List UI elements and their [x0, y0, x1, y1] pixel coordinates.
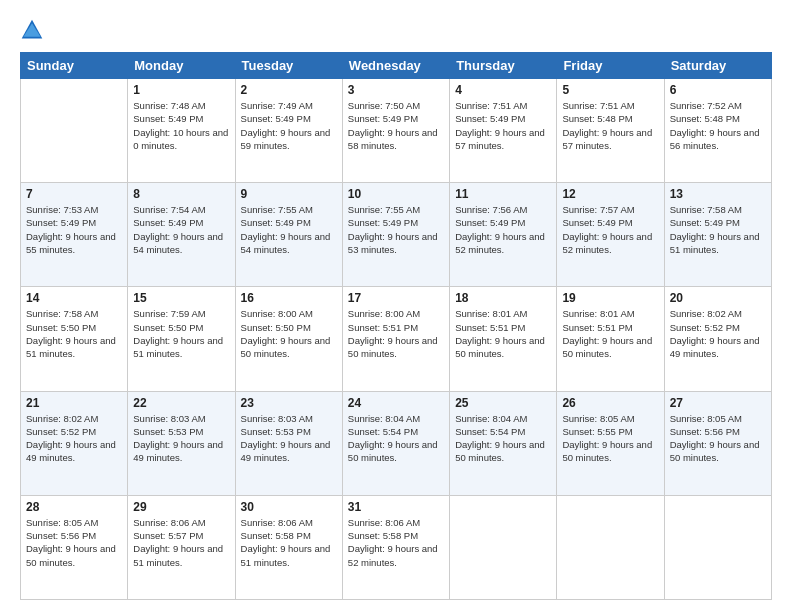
calendar-week-5: 28Sunrise: 8:05 AMSunset: 5:56 PMDayligh… — [21, 495, 772, 599]
day-detail: Sunrise: 7:56 AMSunset: 5:49 PMDaylight:… — [455, 203, 551, 256]
calendar-cell: 2Sunrise: 7:49 AMSunset: 5:49 PMDaylight… — [235, 79, 342, 183]
day-number: 13 — [670, 187, 766, 201]
day-detail: Sunrise: 7:48 AMSunset: 5:49 PMDaylight:… — [133, 99, 229, 152]
day-number: 1 — [133, 83, 229, 97]
day-number: 10 — [348, 187, 444, 201]
day-detail: Sunrise: 8:03 AMSunset: 5:53 PMDaylight:… — [241, 412, 337, 465]
day-detail: Sunrise: 8:06 AMSunset: 5:57 PMDaylight:… — [133, 516, 229, 569]
day-number: 19 — [562, 291, 658, 305]
calendar-cell: 12Sunrise: 7:57 AMSunset: 5:49 PMDayligh… — [557, 183, 664, 287]
day-number: 29 — [133, 500, 229, 514]
calendar-cell: 8Sunrise: 7:54 AMSunset: 5:49 PMDaylight… — [128, 183, 235, 287]
day-number: 21 — [26, 396, 122, 410]
calendar-cell: 9Sunrise: 7:55 AMSunset: 5:49 PMDaylight… — [235, 183, 342, 287]
day-number: 25 — [455, 396, 551, 410]
day-number: 26 — [562, 396, 658, 410]
day-number: 15 — [133, 291, 229, 305]
calendar-cell: 1Sunrise: 7:48 AMSunset: 5:49 PMDaylight… — [128, 79, 235, 183]
calendar-week-3: 14Sunrise: 7:58 AMSunset: 5:50 PMDayligh… — [21, 287, 772, 391]
calendar-cell: 4Sunrise: 7:51 AMSunset: 5:49 PMDaylight… — [450, 79, 557, 183]
day-number: 17 — [348, 291, 444, 305]
calendar-cell: 5Sunrise: 7:51 AMSunset: 5:48 PMDaylight… — [557, 79, 664, 183]
day-number: 3 — [348, 83, 444, 97]
day-detail: Sunrise: 8:06 AMSunset: 5:58 PMDaylight:… — [348, 516, 444, 569]
day-number: 18 — [455, 291, 551, 305]
day-detail: Sunrise: 8:05 AMSunset: 5:56 PMDaylight:… — [670, 412, 766, 465]
calendar-week-1: 1Sunrise: 7:48 AMSunset: 5:49 PMDaylight… — [21, 79, 772, 183]
calendar-cell: 22Sunrise: 8:03 AMSunset: 5:53 PMDayligh… — [128, 391, 235, 495]
day-detail: Sunrise: 8:00 AMSunset: 5:51 PMDaylight:… — [348, 307, 444, 360]
day-number: 6 — [670, 83, 766, 97]
day-number: 7 — [26, 187, 122, 201]
day-detail: Sunrise: 7:57 AMSunset: 5:49 PMDaylight:… — [562, 203, 658, 256]
day-number: 8 — [133, 187, 229, 201]
day-detail: Sunrise: 7:55 AMSunset: 5:49 PMDaylight:… — [241, 203, 337, 256]
calendar-cell: 6Sunrise: 7:52 AMSunset: 5:48 PMDaylight… — [664, 79, 771, 183]
day-detail: Sunrise: 8:01 AMSunset: 5:51 PMDaylight:… — [455, 307, 551, 360]
weekday-header-friday: Friday — [557, 53, 664, 79]
calendar-cell: 24Sunrise: 8:04 AMSunset: 5:54 PMDayligh… — [342, 391, 449, 495]
header — [20, 18, 772, 42]
calendar-cell: 20Sunrise: 8:02 AMSunset: 5:52 PMDayligh… — [664, 287, 771, 391]
day-detail: Sunrise: 7:54 AMSunset: 5:49 PMDaylight:… — [133, 203, 229, 256]
calendar-cell — [450, 495, 557, 599]
logo — [20, 18, 48, 42]
day-number: 4 — [455, 83, 551, 97]
day-number: 20 — [670, 291, 766, 305]
weekday-header-thursday: Thursday — [450, 53, 557, 79]
day-number: 27 — [670, 396, 766, 410]
calendar-table: SundayMondayTuesdayWednesdayThursdayFrid… — [20, 52, 772, 600]
day-detail: Sunrise: 8:00 AMSunset: 5:50 PMDaylight:… — [241, 307, 337, 360]
day-number: 12 — [562, 187, 658, 201]
day-detail: Sunrise: 8:03 AMSunset: 5:53 PMDaylight:… — [133, 412, 229, 465]
calendar-cell: 29Sunrise: 8:06 AMSunset: 5:57 PMDayligh… — [128, 495, 235, 599]
calendar-cell: 31Sunrise: 8:06 AMSunset: 5:58 PMDayligh… — [342, 495, 449, 599]
day-number: 24 — [348, 396, 444, 410]
weekday-header-wednesday: Wednesday — [342, 53, 449, 79]
day-detail: Sunrise: 7:55 AMSunset: 5:49 PMDaylight:… — [348, 203, 444, 256]
calendar-cell: 7Sunrise: 7:53 AMSunset: 5:49 PMDaylight… — [21, 183, 128, 287]
calendar-cell: 13Sunrise: 7:58 AMSunset: 5:49 PMDayligh… — [664, 183, 771, 287]
weekday-header-row: SundayMondayTuesdayWednesdayThursdayFrid… — [21, 53, 772, 79]
calendar-cell: 17Sunrise: 8:00 AMSunset: 5:51 PMDayligh… — [342, 287, 449, 391]
calendar-cell: 23Sunrise: 8:03 AMSunset: 5:53 PMDayligh… — [235, 391, 342, 495]
day-number: 11 — [455, 187, 551, 201]
calendar-cell: 18Sunrise: 8:01 AMSunset: 5:51 PMDayligh… — [450, 287, 557, 391]
day-detail: Sunrise: 7:53 AMSunset: 5:49 PMDaylight:… — [26, 203, 122, 256]
day-number: 9 — [241, 187, 337, 201]
weekday-header-sunday: Sunday — [21, 53, 128, 79]
calendar-cell: 27Sunrise: 8:05 AMSunset: 5:56 PMDayligh… — [664, 391, 771, 495]
day-number: 16 — [241, 291, 337, 305]
calendar-cell — [664, 495, 771, 599]
day-detail: Sunrise: 7:51 AMSunset: 5:49 PMDaylight:… — [455, 99, 551, 152]
weekday-header-tuesday: Tuesday — [235, 53, 342, 79]
day-number: 31 — [348, 500, 444, 514]
day-detail: Sunrise: 8:06 AMSunset: 5:58 PMDaylight:… — [241, 516, 337, 569]
day-detail: Sunrise: 8:05 AMSunset: 5:56 PMDaylight:… — [26, 516, 122, 569]
day-detail: Sunrise: 8:01 AMSunset: 5:51 PMDaylight:… — [562, 307, 658, 360]
day-number: 2 — [241, 83, 337, 97]
day-detail: Sunrise: 8:04 AMSunset: 5:54 PMDaylight:… — [455, 412, 551, 465]
day-detail: Sunrise: 7:49 AMSunset: 5:49 PMDaylight:… — [241, 99, 337, 152]
day-number: 23 — [241, 396, 337, 410]
day-number: 30 — [241, 500, 337, 514]
calendar-cell: 10Sunrise: 7:55 AMSunset: 5:49 PMDayligh… — [342, 183, 449, 287]
weekday-header-monday: Monday — [128, 53, 235, 79]
day-number: 14 — [26, 291, 122, 305]
day-number: 5 — [562, 83, 658, 97]
weekday-header-saturday: Saturday — [664, 53, 771, 79]
calendar-cell: 25Sunrise: 8:04 AMSunset: 5:54 PMDayligh… — [450, 391, 557, 495]
calendar-cell: 19Sunrise: 8:01 AMSunset: 5:51 PMDayligh… — [557, 287, 664, 391]
svg-marker-1 — [23, 23, 40, 37]
calendar-cell: 14Sunrise: 7:58 AMSunset: 5:50 PMDayligh… — [21, 287, 128, 391]
calendar-week-4: 21Sunrise: 8:02 AMSunset: 5:52 PMDayligh… — [21, 391, 772, 495]
calendar-cell — [21, 79, 128, 183]
calendar-cell: 21Sunrise: 8:02 AMSunset: 5:52 PMDayligh… — [21, 391, 128, 495]
page: SundayMondayTuesdayWednesdayThursdayFrid… — [0, 0, 792, 612]
day-detail: Sunrise: 7:58 AMSunset: 5:50 PMDaylight:… — [26, 307, 122, 360]
calendar-cell: 15Sunrise: 7:59 AMSunset: 5:50 PMDayligh… — [128, 287, 235, 391]
calendar-cell — [557, 495, 664, 599]
calendar-week-2: 7Sunrise: 7:53 AMSunset: 5:49 PMDaylight… — [21, 183, 772, 287]
day-detail: Sunrise: 7:50 AMSunset: 5:49 PMDaylight:… — [348, 99, 444, 152]
day-detail: Sunrise: 7:52 AMSunset: 5:48 PMDaylight:… — [670, 99, 766, 152]
